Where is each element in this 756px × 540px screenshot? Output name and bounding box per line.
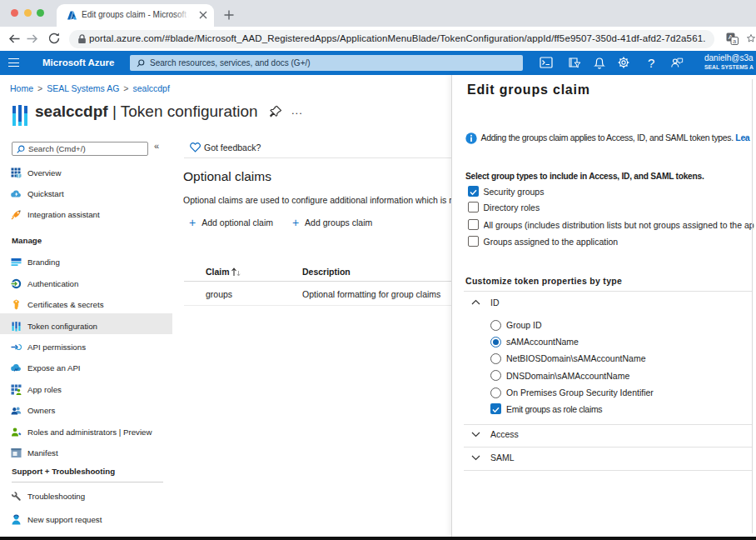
svg-text:a: a	[733, 38, 736, 44]
